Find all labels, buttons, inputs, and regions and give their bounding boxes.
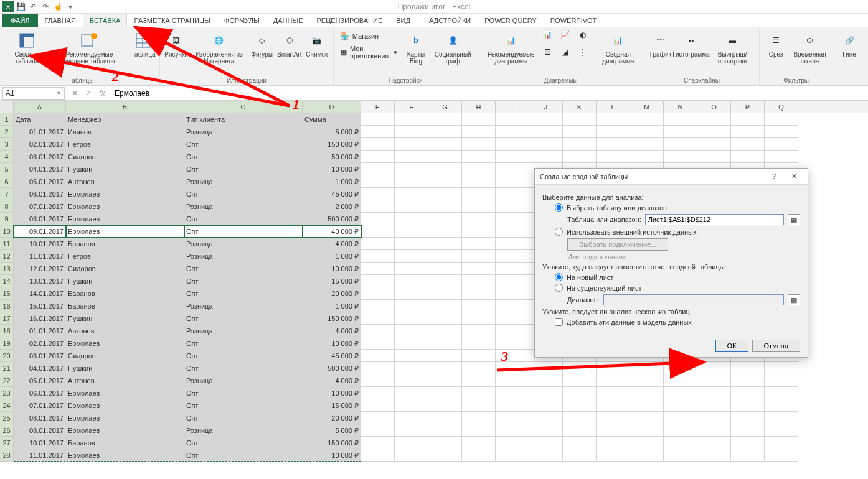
cell[interactable] (563, 138, 597, 151)
cell[interactable] (765, 138, 798, 151)
cell[interactable]: 10 000 ₽ (303, 263, 361, 275)
row-header[interactable]: 15 (0, 287, 14, 300)
column-header-A[interactable]: A (14, 101, 66, 113)
cell[interactable] (428, 424, 462, 437)
cell[interactable] (765, 374, 798, 387)
cell[interactable] (529, 138, 563, 151)
cell[interactable] (395, 337, 428, 350)
row-header[interactable]: 16 (0, 300, 14, 312)
cell[interactable] (361, 138, 395, 151)
cell[interactable] (395, 275, 428, 287)
cell[interactable] (395, 225, 428, 238)
cell[interactable] (462, 412, 496, 424)
cell[interactable] (496, 188, 529, 200)
cell[interactable] (496, 449, 529, 462)
cell[interactable]: 04.01.2017 (14, 362, 66, 374)
cell[interactable]: Опт (184, 188, 303, 200)
cell[interactable] (664, 399, 697, 412)
cell[interactable]: Ермолаев (66, 424, 184, 437)
location-input[interactable] (603, 294, 784, 305)
cell[interactable] (462, 312, 496, 325)
cell[interactable] (395, 312, 428, 325)
cell[interactable]: 500 000 ₽ (303, 213, 361, 225)
tab-home[interactable]: ГЛАВНАЯ (38, 14, 83, 27)
cell[interactable] (428, 287, 462, 300)
cell[interactable] (395, 188, 428, 200)
cell[interactable] (496, 163, 529, 175)
cell[interactable] (496, 113, 529, 126)
cell[interactable] (361, 350, 395, 362)
cell[interactable] (597, 412, 630, 424)
cell[interactable] (428, 151, 462, 163)
cell[interactable]: Опт (184, 412, 303, 424)
row-header[interactable]: 1 (0, 113, 14, 126)
cell[interactable]: 09.01.2017 (14, 225, 66, 238)
select-all-corner[interactable] (0, 101, 14, 113)
row-header[interactable]: 25 (0, 412, 14, 424)
cell[interactable] (428, 213, 462, 225)
tab-file[interactable]: ФАЙЛ (2, 14, 38, 27)
recommended-pivot-button[interactable]: Рекомендуемые сводные таблицы (50, 30, 128, 66)
area-chart-icon[interactable]: ◢ (560, 47, 570, 57)
cell[interactable]: Опт (184, 350, 303, 362)
column-header-P[interactable]: P (731, 101, 765, 113)
cell[interactable] (361, 225, 395, 238)
cell[interactable] (529, 424, 563, 437)
cell[interactable] (597, 138, 630, 151)
cell[interactable] (765, 412, 798, 424)
cell[interactable] (395, 213, 428, 225)
row-header[interactable]: 9 (0, 213, 14, 225)
pivot-table-button[interactable]: Сводная таблица (6, 30, 48, 66)
cell[interactable] (529, 387, 563, 399)
cell[interactable]: 500 000 ₽ (303, 362, 361, 374)
fx-icon[interactable]: fx (96, 87, 108, 100)
slicer-button[interactable]: ☰Срез (763, 30, 788, 59)
cell[interactable] (462, 437, 496, 449)
cell[interactable] (529, 151, 563, 163)
cell[interactable] (428, 312, 462, 325)
cell[interactable] (462, 287, 496, 300)
tab-insert[interactable]: ВСТАВКА (83, 14, 127, 27)
cell[interactable] (529, 399, 563, 412)
column-header-F[interactable]: F (395, 101, 428, 113)
cell[interactable]: Розница (184, 325, 303, 337)
cell[interactable] (563, 387, 597, 399)
cell[interactable]: 08.01.2017 (14, 412, 66, 424)
spark-column-button[interactable]: ▪▪Гистограмма (676, 30, 707, 59)
cell[interactable] (428, 126, 462, 138)
timeline-button[interactable]: ⏲Временная шкала (791, 30, 829, 66)
recommended-charts-button[interactable]: 📊Рекомендуемые диаграммы (482, 30, 540, 66)
cell[interactable]: Розница (184, 200, 303, 213)
cell[interactable]: Ермолаев (66, 213, 184, 225)
tab-data[interactable]: ДАННЫЕ (267, 14, 310, 27)
cell[interactable] (664, 424, 697, 437)
cell[interactable]: 07.01.2017 (14, 200, 66, 213)
cell[interactable]: 16.01.2017 (14, 312, 66, 325)
cell[interactable] (462, 399, 496, 412)
cell[interactable] (361, 126, 395, 138)
cell[interactable] (462, 424, 496, 437)
cell[interactable] (563, 374, 597, 387)
cell[interactable] (529, 113, 563, 126)
cell[interactable] (361, 337, 395, 350)
tab-addins[interactable]: НАДСТРОЙКИ (417, 14, 478, 27)
cell[interactable] (428, 275, 462, 287)
cell[interactable] (496, 275, 529, 287)
cell[interactable]: 15 000 ₽ (303, 399, 361, 412)
cell[interactable] (597, 374, 630, 387)
scatter-chart-icon[interactable]: ⋮ (578, 47, 588, 57)
cell[interactable]: Ермолаев (66, 399, 184, 412)
cell[interactable]: Петров (66, 250, 184, 263)
cell[interactable] (563, 399, 597, 412)
cell[interactable]: Опт (184, 213, 303, 225)
cell[interactable] (597, 424, 630, 437)
column-header-Q[interactable]: Q (765, 101, 798, 113)
row-header[interactable]: 3 (0, 138, 14, 151)
screenshot-button[interactable]: 📷Снимок (304, 30, 329, 59)
hyperlink-button[interactable]: 🔗Гипе (837, 30, 862, 59)
formula-input[interactable] (112, 88, 866, 99)
cell[interactable] (361, 175, 395, 188)
cell[interactable] (697, 449, 731, 462)
cell[interactable]: Иванов (66, 126, 184, 138)
cell[interactable] (361, 200, 395, 213)
